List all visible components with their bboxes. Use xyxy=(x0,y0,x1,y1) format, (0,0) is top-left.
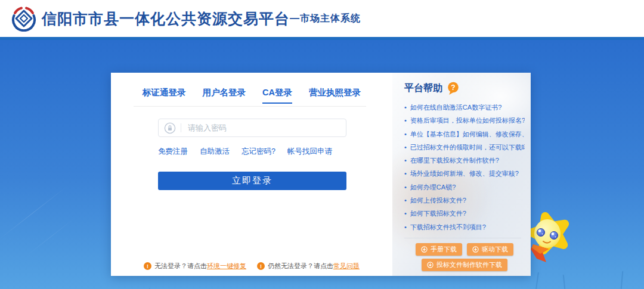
self-activate-link[interactable]: 自助激活 xyxy=(200,147,230,157)
page-title: 信阳市市县一体化公共资源交易平台 xyxy=(42,9,290,29)
tab-biaozhengtong-login[interactable]: 标证通登录 xyxy=(143,87,186,104)
login-card: 标证通登录 用户名登录 CA登录 营业执照登录 免费注册 xyxy=(111,73,531,276)
tab-ca-login[interactable]: CA登录 xyxy=(262,87,292,104)
site-header: 信阳市市县一体化公共资源交易平台 —市场主体系统 xyxy=(0,0,644,37)
light-streak xyxy=(24,216,76,257)
download-icon xyxy=(421,246,428,253)
account-quick-links: 免费注册 自助激活 忘记密码? 帐号找回申请 xyxy=(158,147,332,157)
download-icon xyxy=(427,262,434,268)
help-title-row: 平台帮助 ? xyxy=(404,82,525,95)
lock-icon xyxy=(164,122,176,134)
login-submit-button[interactable]: 立即登录 xyxy=(158,172,346,190)
free-register-link[interactable]: 免费注册 xyxy=(158,147,188,157)
help-link[interactable]: •如何在线自助激活CA数字证书? xyxy=(404,101,525,114)
help-link[interactable]: •场外业绩如何新增、修改、提交审核? xyxy=(404,167,525,180)
help-link[interactable]: •资格后审项目，投标单位如何投标报名? xyxy=(404,114,525,127)
password-input[interactable] xyxy=(187,123,346,133)
bid-software-download-button[interactable]: 投标文件制作软件下载 xyxy=(422,259,507,271)
tabs-divider xyxy=(134,106,366,107)
page-subtitle: —市场主体系统 xyxy=(290,13,361,25)
svg-text:?: ? xyxy=(451,83,455,92)
star-mascot xyxy=(525,209,572,266)
login-section: 标证通登录 用户名登录 CA登录 营业执照登录 免费注册 xyxy=(111,73,392,276)
forgot-password-link[interactable]: 忘记密码? xyxy=(242,147,275,157)
help-divider xyxy=(404,238,521,238)
cannot-login-text: 无法登录？请点击 xyxy=(154,262,207,271)
platform-logo-icon xyxy=(11,5,37,32)
faq-link[interactable]: 常见问题 xyxy=(333,262,360,271)
help-content: 平台帮助 ? •如何在线自助激活CA数字证书? •资格后审项目，投标单位如何投标… xyxy=(392,73,531,271)
tab-business-license-login[interactable]: 营业执照登录 xyxy=(309,87,361,104)
login-help-note: ! 无法登录？请点击环境一键修复 ! 仍然无法登录？请点击常见问题 xyxy=(111,262,392,271)
driver-download-button[interactable]: 驱动下载 xyxy=(467,243,513,256)
help-link[interactable]: •单位【基本信息】如何编辑、修改保存、... xyxy=(404,128,525,141)
login-page: 信阳市市县一体化公共资源交易平台 —市场主体系统 xyxy=(0,0,644,289)
help-link-list: •如何在线自助激活CA数字证书? •资格后审项目，投标单位如何投标报名? •单位… xyxy=(404,101,525,234)
password-field-wrap xyxy=(158,119,346,137)
help-link[interactable]: •已过招标文件的领取时间，还可以下载吗... xyxy=(404,141,525,154)
warning-circle-icon: ! xyxy=(257,262,265,270)
download-row-1: 手册下载 驱动下载 xyxy=(416,243,513,256)
light-streak xyxy=(0,185,68,241)
question-bubble-icon: ? xyxy=(447,82,459,95)
help-link[interactable]: •下载招标文件找不到项目? xyxy=(404,220,525,234)
manual-download-button[interactable]: 手册下载 xyxy=(416,243,462,256)
login-tabs: 标证通登录 用户名登录 CA登录 营业执照登录 xyxy=(111,87,392,104)
help-panel-title: 平台帮助 xyxy=(404,82,442,95)
header-accent-bar xyxy=(0,37,644,40)
help-link[interactable]: •如何办理CA锁? xyxy=(404,181,525,194)
warning-circle-icon: ! xyxy=(144,262,151,270)
help-link[interactable]: •如何上传投标文件? xyxy=(404,194,525,207)
platform-help-panel: 平台帮助 ? •如何在线自助激活CA数字证书? •资格后审项目，投标单位如何投标… xyxy=(392,73,531,276)
env-repair-link[interactable]: 环境一键修复 xyxy=(207,262,246,271)
still-cannot-login-text: 仍然无法登录？请点击 xyxy=(268,262,333,271)
input-separator xyxy=(181,123,181,132)
tab-username-login[interactable]: 用户名登录 xyxy=(203,87,246,104)
download-icon xyxy=(472,246,479,253)
help-link[interactable]: •在哪里下载投标文件制作软件? xyxy=(404,154,525,167)
help-link[interactable]: •如何下载招标文件? xyxy=(404,207,525,220)
account-recovery-link[interactable]: 帐号找回申请 xyxy=(287,147,332,157)
download-row-2: 投标文件制作软件下载 xyxy=(422,259,507,271)
download-buttons: 手册下载 驱动下载 xyxy=(404,243,525,271)
